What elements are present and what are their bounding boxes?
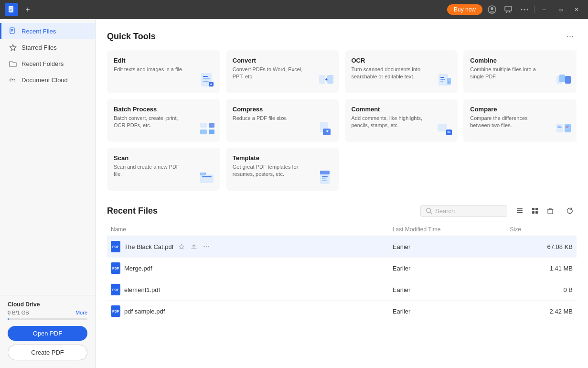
sidebar: Recent Files Starred Files Recent Folder… — [0, 19, 96, 368]
tool-convert[interactable]: Convert Convert PDFs to Word, Excel, PPT… — [226, 50, 339, 93]
tool-scan[interactable]: Scan Scan and create a new PDF file. — [107, 148, 220, 191]
star-button[interactable] — [164, 285, 172, 294]
cloud-more-link[interactable]: More — [75, 310, 87, 315]
svg-rect-17 — [203, 78, 210, 79]
file-modified: Earlier — [389, 258, 506, 279]
svg-point-69 — [184, 268, 185, 269]
upload-button[interactable] — [176, 285, 185, 294]
titlebar-separator — [534, 6, 535, 13]
svg-rect-12 — [11, 31, 13, 31]
tool-compress[interactable]: Compress Reduce a PDF file size. — [226, 99, 339, 142]
table-row[interactable]: PDF The Black Cat.pdf — [107, 236, 577, 258]
delete-button[interactable] — [544, 204, 557, 217]
tool-batch[interactable]: Batch Process Batch convert, create, pri… — [107, 99, 220, 142]
cloud-storage-info: 0 B/1 GB More — [8, 310, 87, 315]
storage-progress-bar — [8, 318, 87, 320]
create-pdf-button[interactable]: Create PDF — [8, 345, 87, 360]
svg-rect-42 — [557, 128, 562, 129]
file-name-cell: PDF Merge.pdf — [111, 262, 385, 274]
tool-convert-name: Convert — [233, 57, 332, 64]
svg-marker-67 — [158, 266, 163, 271]
star-button[interactable] — [156, 264, 165, 272]
svg-rect-37 — [438, 124, 447, 131]
file-icon: PDF — [111, 305, 120, 317]
recent-files-controls — [420, 204, 577, 217]
tool-compress-name: Compress — [233, 106, 332, 113]
svg-rect-31 — [200, 123, 207, 128]
tools-grid: Edit Edit texts and images in a file. Co… — [107, 50, 577, 191]
table-row[interactable]: PDF Merge.pdf — [107, 258, 577, 279]
tool-convert-desc: Convert PDFs to Word, Excel, PPT, etc. — [233, 66, 308, 81]
file-icon: PDF — [111, 262, 120, 274]
list-view-button[interactable] — [513, 204, 526, 217]
more-file-button[interactable] — [181, 264, 190, 272]
svg-rect-2 — [10, 9, 12, 10]
titlebar-left: + — [5, 3, 33, 16]
more-file-button[interactable] — [189, 285, 197, 294]
file-name-cell: PDF element1.pdf — [111, 284, 385, 295]
sidebar-item-starred-files[interactable]: Starred Files — [0, 39, 95, 55]
sidebar-item-recent-files[interactable]: Recent Files — [0, 23, 95, 39]
search-input[interactable] — [435, 207, 502, 215]
svg-rect-59 — [535, 208, 538, 210]
svg-point-65 — [206, 246, 207, 247]
storage-progress-fill — [8, 318, 9, 320]
close-button[interactable]: ✕ — [570, 3, 583, 16]
more-file-button[interactable] — [202, 242, 211, 251]
chat-icon[interactable] — [502, 3, 515, 16]
tool-template-desc: Get great PDF templates for resumes, pos… — [233, 163, 308, 178]
svg-rect-57 — [517, 212, 523, 213]
file-modified: Earlier — [389, 279, 506, 301]
svg-marker-71 — [166, 287, 171, 292]
main-layout: Recent Files Starred Files Recent Folder… — [0, 19, 588, 368]
star-button[interactable] — [169, 307, 177, 315]
svg-rect-46 — [202, 176, 212, 177]
refresh-button[interactable] — [563, 204, 577, 217]
table-row[interactable]: PDF element1.pdf — [107, 279, 577, 301]
maximize-button[interactable]: ▭ — [554, 3, 567, 16]
col-modified-header: Last Modified Time — [389, 223, 506, 236]
sidebar-item-document-cloud[interactable]: Document Cloud — [0, 72, 95, 88]
svg-point-68 — [182, 268, 183, 269]
more-options-icon[interactable] — [518, 3, 531, 16]
more-file-button[interactable] — [193, 307, 202, 315]
upload-button[interactable] — [181, 307, 190, 315]
quick-tools-title: Quick Tools — [107, 32, 156, 42]
file-actions — [177, 242, 211, 251]
profile-icon[interactable] — [485, 3, 499, 16]
upload-button[interactable] — [169, 264, 177, 272]
sidebar-item-starred-files-label: Starred Files — [21, 44, 57, 51]
search-box[interactable] — [420, 205, 507, 217]
star-button[interactable] — [177, 242, 186, 251]
tool-combine-name: Combine — [470, 57, 570, 64]
quick-tools-more-button[interactable]: ··· — [564, 31, 577, 43]
file-name-cell: PDF pdf sample.pdf — [111, 305, 385, 317]
minimize-button[interactable]: – — [537, 3, 551, 16]
tool-compare[interactable]: Compare Compare the differences between … — [463, 99, 577, 142]
open-pdf-button[interactable]: Open PDF — [8, 326, 87, 341]
svg-rect-34 — [209, 130, 214, 134]
file-size: 0 B — [506, 279, 577, 301]
tool-combine[interactable]: Combine Combine multiple files into a si… — [463, 50, 577, 93]
grid-view-button[interactable] — [528, 204, 542, 217]
buy-now-button[interactable]: Buy now — [447, 4, 482, 15]
sidebar-bottom: Cloud Drive 0 B/1 GB More Open PDF Creat… — [0, 295, 95, 368]
upload-button[interactable] — [190, 242, 198, 251]
new-tab-button[interactable]: + — [22, 4, 33, 15]
sidebar-item-recent-folders-label: Recent Folders — [21, 60, 64, 67]
tool-template-name: Template — [233, 154, 332, 162]
tool-edit-desc: Edit texts and images in a file. — [114, 66, 189, 73]
sidebar-item-recent-folders[interactable]: Recent Folders — [0, 55, 95, 72]
svg-rect-25 — [440, 81, 443, 82]
svg-rect-47 — [200, 173, 205, 175]
tool-comment[interactable]: Comment Add comments, like highlights, p… — [345, 99, 458, 142]
svg-rect-61 — [535, 211, 538, 214]
tool-template[interactable]: Template Get great PDF templates for res… — [226, 148, 339, 191]
tool-edit[interactable]: Edit Edit texts and images in a file. — [107, 50, 220, 93]
svg-rect-6 — [505, 6, 512, 11]
svg-point-72 — [190, 289, 191, 290]
sidebar-item-document-cloud-label: Document Cloud — [21, 76, 68, 84]
tool-compress-desc: Reduce a PDF file size. — [233, 115, 308, 122]
tool-ocr[interactable]: OCR Turn scanned documents into searchab… — [345, 50, 458, 93]
table-row[interactable]: PDF pdf sample.pdf — [107, 301, 577, 322]
